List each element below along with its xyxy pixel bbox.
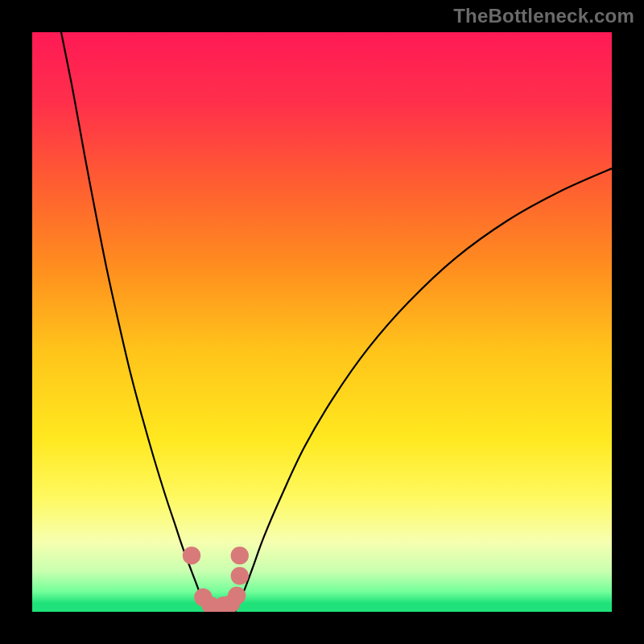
data-point — [183, 547, 200, 564]
data-point — [231, 567, 249, 584]
right-curve — [235, 168, 612, 612]
left-curve — [61, 32, 206, 612]
data-point — [231, 547, 249, 564]
chart-frame: TheBottleneck.com — [0, 0, 644, 644]
chart-curves — [32, 32, 612, 612]
plot-area — [32, 32, 612, 612]
data-point — [228, 587, 246, 605]
watermark-text: TheBottleneck.com — [453, 5, 634, 27]
